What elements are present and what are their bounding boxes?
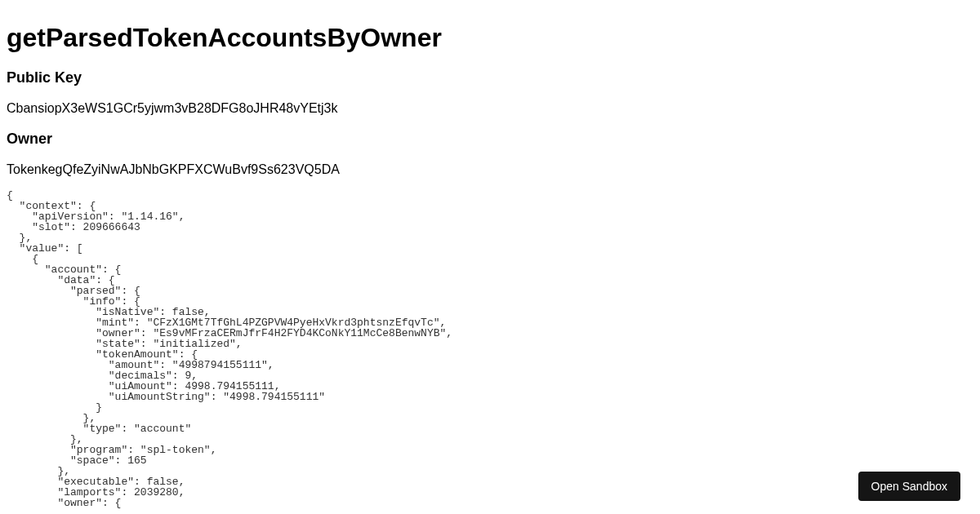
public-key-label: Public Key xyxy=(7,69,973,86)
page-title: getParsedTokenAccountsByOwner xyxy=(7,23,973,53)
owner-label: Owner xyxy=(7,131,973,148)
json-output: { "context": { "apiVersion": "1.14.16", … xyxy=(7,190,973,508)
public-key-value: CbansiopX3eWS1GCr5yjwm3vB28DFG8oJHR48vYE… xyxy=(7,101,973,116)
open-sandbox-button[interactable]: Open Sandbox xyxy=(858,472,960,501)
owner-value: TokenkegQfeZyiNwAJbNbGKPFXCWuBvf9Ss623VQ… xyxy=(7,162,973,177)
